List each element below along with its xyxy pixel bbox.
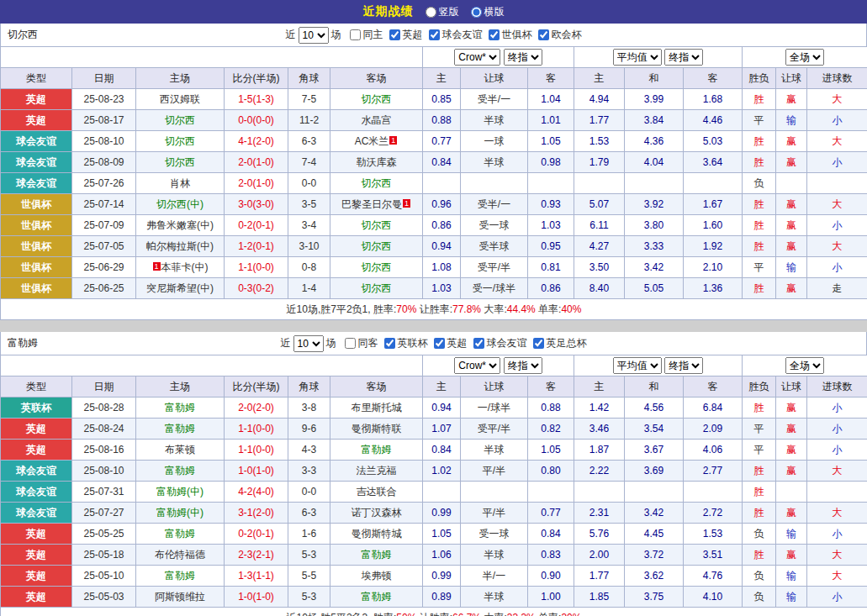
team-name: 富勒姆(中) — [156, 507, 204, 519]
team-name: 突尼斯希望(中) — [146, 282, 214, 294]
team-name: 切尔西 — [362, 219, 392, 231]
odds-selector-row: Crow* 终指 平均值 终指 全场 — [1, 47, 867, 68]
asian-odds-time-select[interactable]: 终指 — [504, 49, 542, 66]
handicap-result: 赢 — [776, 503, 807, 524]
summary-stat-value: 50% — [396, 612, 416, 616]
filter-checkbox-input[interactable] — [345, 338, 356, 349]
corner-score: 5-5 — [288, 566, 330, 587]
bookmaker-select[interactable]: Crow* — [454, 49, 500, 66]
filter-checkbox-input[interactable] — [473, 338, 484, 349]
filter-checkbox[interactable]: 欧会杯 — [532, 28, 582, 42]
bookmaker-select[interactable]: Crow* — [454, 357, 500, 374]
scope-select[interactable]: 全场 — [785, 49, 824, 66]
score: 1-1(0-0) — [225, 419, 288, 440]
filter-checkbox-input[interactable] — [489, 29, 500, 40]
topbar: 近期战绩 竖版 横版 — [0, 0, 867, 24]
asian-handicap: 半球 — [461, 545, 528, 566]
corner-score: 6-3 — [288, 131, 330, 152]
recent-count-select[interactable]: 10 — [293, 335, 324, 352]
match-date: 25-08-10 — [72, 461, 136, 482]
euro-odds-type-select[interactable]: 平均值 — [613, 357, 662, 374]
team-name: 法兰克福 — [357, 465, 397, 476]
column-header: 比分(半场) — [225, 68, 288, 89]
scope-select[interactable]: 全场 — [785, 357, 824, 374]
euro-away-odds: 2.77 — [684, 461, 743, 482]
euro-odds-time-select[interactable]: 终指 — [664, 49, 703, 66]
team-name: 富勒姆 — [165, 465, 195, 476]
column-header: 主 — [574, 376, 625, 398]
euro-away-odds: 2.10 — [684, 257, 743, 278]
filter-controls: 近 10 场 同主英超球会友谊世俱杯欧会杯 — [286, 27, 582, 44]
recent-count-select[interactable]: 10 — [299, 27, 329, 44]
vertical-radio-label: 竖版 — [439, 5, 459, 19]
team-name: 弗鲁米嫩塞(中) — [146, 219, 214, 231]
team-name: 本菲卡(中) — [161, 261, 209, 273]
asian-away-odds — [528, 482, 574, 503]
euro-odds-time-select[interactable]: 终指 — [664, 357, 703, 374]
filter-checkbox[interactable]: 同客 — [339, 336, 378, 350]
euro-home-odds — [574, 173, 625, 194]
filter-checkbox[interactable]: 英联杯 — [378, 336, 428, 350]
euro-home-odds: 2.00 — [574, 545, 625, 566]
euro-home-odds: 2.31 — [574, 503, 625, 524]
asian-handicap — [461, 482, 528, 503]
filter-checkbox-input[interactable] — [429, 29, 440, 40]
asian-odds-time-select[interactable]: 终指 — [504, 357, 542, 374]
filter-checkbox[interactable]: 球会友谊 — [468, 336, 527, 350]
filter-checkbox-input[interactable] — [389, 29, 400, 40]
competition-filters: 同客英联杯英超球会友谊英足总杯 — [339, 336, 587, 350]
filter-checkbox[interactable]: 同主 — [344, 28, 383, 42]
filter-checkbox-input[interactable] — [538, 29, 549, 40]
euro-home-odds: 1.87 — [574, 440, 625, 461]
home-team-cell: 帕尔梅拉斯(中) — [136, 236, 225, 257]
match-row: 世俱杯25-06-291本菲卡(中)1-1(0-0)0-8切尔西1.08受平/半… — [1, 257, 867, 278]
euro-away-odds: 4.46 — [684, 110, 743, 131]
team-name: 切尔西 — [362, 177, 392, 189]
red-card-mark: 1 — [403, 199, 410, 208]
column-header: 类型 — [1, 376, 72, 398]
asian-handicap: 受一球 — [461, 215, 528, 236]
summary-row: 近10场,胜7平2负1, 胜率:70% 让胜率:77.8% 大率:44.4% 单… — [1, 299, 867, 320]
filter-checkbox-input[interactable] — [350, 29, 361, 40]
home-team-cell: 切尔西 — [136, 152, 225, 173]
filter-checkbox[interactable]: 英超 — [428, 336, 468, 350]
team-name: 切尔西 — [362, 93, 392, 105]
view-option-vertical[interactable]: 竖版 — [426, 5, 459, 19]
filter-checkbox[interactable]: 球会友谊 — [423, 28, 483, 42]
team-name: 肖林 — [170, 177, 190, 189]
euro-home-odds: 3.50 — [574, 257, 625, 278]
away-team-cell: 水晶宫 — [330, 110, 423, 131]
match-result: 胜 — [743, 482, 776, 503]
score: 2-0(1-0) — [225, 152, 288, 173]
team-name: 切尔西 — [362, 261, 392, 273]
euro-odds-type-select[interactable]: 平均值 — [613, 49, 662, 66]
handicap-result: 赢 — [776, 131, 807, 152]
page-title: 近期战绩 — [363, 4, 414, 19]
corner-score: 0-0 — [288, 482, 330, 503]
euro-away-odds: 4.06 — [684, 440, 743, 461]
filter-checkbox-input[interactable] — [384, 338, 395, 349]
horizontal-radio-input[interactable] — [471, 7, 482, 18]
filter-checkbox[interactable]: 世俱杯 — [483, 28, 532, 42]
filter-checkbox-input[interactable] — [434, 338, 445, 349]
euro-draw-odds: 3.42 — [625, 503, 684, 524]
match-date: 25-08-16 — [72, 440, 136, 461]
euro-draw-odds: 3.67 — [625, 440, 684, 461]
team-name: 帕尔梅拉斯(中) — [146, 240, 214, 252]
team-name: 勒沃库森 — [357, 156, 397, 168]
euro-draw-odds: 3.99 — [625, 89, 684, 110]
filter-checkbox[interactable]: 英超 — [383, 28, 423, 42]
corner-score: 5-3 — [288, 545, 330, 566]
filter-checkbox[interactable]: 英足总杯 — [527, 336, 587, 350]
view-option-horizontal[interactable]: 横版 — [471, 5, 505, 19]
column-header: 客 — [528, 68, 574, 89]
match-row: 球会友谊25-07-31富勒姆(中)4-2(4-0)0-0吉达联合胜 — [1, 482, 867, 503]
recent-label: 近 — [286, 28, 296, 42]
match-result: 负 — [743, 566, 776, 587]
team-name: 富勒姆 — [362, 444, 392, 455]
vertical-radio-input[interactable] — [426, 7, 436, 18]
matches-table: Crow* 终指 平均值 终指 全场 类型日期主场比分(半场)角球客场主让球客主… — [0, 46, 867, 320]
column-header: 胜负 — [743, 376, 776, 398]
match-result: 胜 — [743, 194, 776, 215]
filter-checkbox-input[interactable] — [533, 338, 544, 349]
